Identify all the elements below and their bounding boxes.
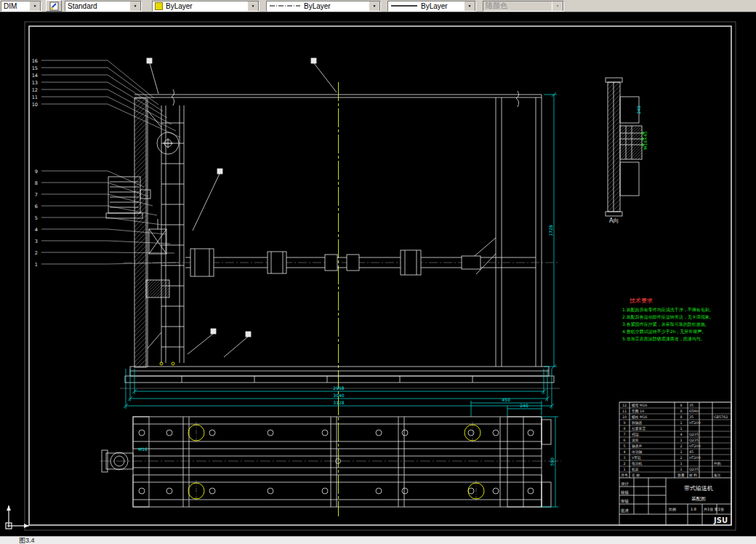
svg-text:35: 35 <box>689 404 693 407</box>
svg-text:1: 1 <box>680 462 682 465</box>
svg-text:序号: 序号 <box>621 473 628 477</box>
plan-view <box>100 417 561 507</box>
svg-text:35: 35 <box>689 415 693 419</box>
linetype-dropdown-arrow[interactable]: ▼ <box>369 1 380 12</box>
svg-text:Q235: Q235 <box>689 433 699 436</box>
svg-text:8: 8 <box>623 427 625 431</box>
svg-text:电动机: 电动机 <box>632 462 643 465</box>
linetype-combo[interactable]: ByLayer ▼ <box>266 1 381 12</box>
svg-text:8: 8 <box>680 404 682 407</box>
svg-text:5: 5 <box>35 215 38 221</box>
dim-overall-mid: 3040 <box>333 393 344 398</box>
svg-text:8: 8 <box>680 409 682 413</box>
svg-text:12: 12 <box>32 87 38 93</box>
note-line: 2.装配后各运动部件应运转灵活，无卡滞现象。 <box>622 314 714 320</box>
svg-text:2: 2 <box>623 462 625 465</box>
svg-text:45: 45 <box>689 450 693 454</box>
svg-text:HT200: HT200 <box>689 421 701 425</box>
svg-text:材 料: 材 料 <box>688 473 697 478</box>
svg-text:15: 15 <box>32 65 38 71</box>
svg-text:13: 13 <box>32 80 38 86</box>
caption-strip: 图3.4 <box>0 536 756 544</box>
titleblock-role1: 设计 <box>621 481 630 486</box>
svg-text:螺栓 M16: 螺栓 M16 <box>632 415 647 420</box>
plotstyle-dropdown-arrow: ▼ <box>552 1 563 12</box>
dim-overall-inner: 2958 <box>333 385 344 391</box>
dim-plan-thread: M16 <box>138 447 148 452</box>
note-line: 1.装配前所有零件均应清洗干净，不得有毛刺。 <box>622 307 714 313</box>
section-view <box>606 78 644 216</box>
linetype-sample-icon <box>269 3 301 9</box>
lineweight-dropdown-arrow[interactable]: ▼ <box>464 1 475 12</box>
svg-text:10: 10 <box>622 415 627 419</box>
titleblock-role4: 批准 <box>621 508 630 513</box>
dimstyle-combo[interactable]: DIM ▼ <box>1 1 41 12</box>
svg-text:Q235: Q235 <box>689 468 699 471</box>
svg-text:4: 4 <box>623 450 625 454</box>
svg-text:轴承座: 轴承座 <box>632 444 643 449</box>
svg-text:托辊: 托辊 <box>632 433 639 437</box>
textstyle-value: Standard <box>68 2 97 10</box>
model-space-viewport[interactable]: 16151413121110987654321 2958 3040 3128 1… <box>0 12 756 536</box>
svg-text:外购: 外购 <box>714 461 721 466</box>
svg-text:65Mn: 65Mn <box>689 409 699 413</box>
ucs-icon <box>6 505 29 529</box>
anchor-bolt <box>172 362 174 365</box>
plotstyle-value: 随颜色 <box>486 1 507 11</box>
svg-text:2: 2 <box>35 250 38 256</box>
titleblock-role3: 审核 <box>621 499 630 503</box>
dim-overall-outer: 3128 <box>333 400 344 405</box>
front-view-dimensions: 2958 3040 3128 1728 <box>124 92 557 409</box>
svg-text:1: 1 <box>680 427 682 431</box>
svg-text:9: 9 <box>623 421 625 425</box>
svg-text:名 称: 名 称 <box>632 473 640 478</box>
svg-text:拉紧装置: 拉紧装置 <box>632 426 646 431</box>
cad-application-window: DIM ▼ Standard ▼ ByLayer ▼ ByLayer ▼ <box>0 0 756 544</box>
titleblock-role2: 校核 <box>620 490 630 495</box>
svg-text:7: 7 <box>35 192 38 198</box>
lineweight-combo[interactable]: ByLayer ▼ <box>387 1 476 12</box>
plotstyle-combo: 随颜色 ▼ <box>483 1 564 12</box>
svg-text:1: 1 <box>623 468 625 471</box>
balloon-leaders: 16151413121110987654321 <box>32 58 180 268</box>
style-icon <box>49 1 59 11</box>
lineweight-value: ByLayer <box>421 2 448 10</box>
svg-text:8: 8 <box>35 180 38 186</box>
svg-text:1: 1 <box>35 262 38 268</box>
text-style-button[interactable] <box>46 0 62 12</box>
title-block: 设计 校核 审核 批准 带式输送机 装配图 比例 1:8 共1张 第1张 JSU <box>619 478 731 525</box>
svg-text:传动轴: 传动轴 <box>631 450 643 455</box>
svg-text:V带轮: V带轮 <box>632 456 641 460</box>
svg-text:1: 1 <box>680 450 682 454</box>
note-line: 4.整机空载试运转不少于2h，无异常噪声。 <box>622 329 706 335</box>
textstyle-dropdown-arrow[interactable]: ▼ <box>129 1 141 12</box>
color-combo[interactable]: ByLayer ▼ <box>152 1 260 12</box>
svg-text:3: 3 <box>623 456 625 460</box>
linetype-value: ByLayer <box>304 2 331 10</box>
bom-rows: 序号名 称数量材 料备注1机架1Q2352电动机1外购3V带轮2HT2004传动… <box>619 402 731 478</box>
svg-text:2: 2 <box>680 444 682 448</box>
lineweight-sample-icon <box>390 3 418 9</box>
svg-text:8: 8 <box>680 415 682 419</box>
color-value: ByLayer <box>166 2 193 10</box>
svg-text:螺母 M16: 螺母 M16 <box>632 403 647 408</box>
svg-text:16: 16 <box>32 58 38 64</box>
figure-caption: 图3.4 <box>19 536 35 544</box>
svg-text:滚筒: 滚筒 <box>632 438 639 442</box>
svg-text:7: 7 <box>623 433 625 436</box>
svg-text:HT200: HT200 <box>689 456 701 460</box>
svg-text:9: 9 <box>35 169 38 175</box>
svg-text:4: 4 <box>35 227 38 233</box>
textstyle-combo[interactable]: Standard ▼ <box>65 1 142 12</box>
technical-notes: 技术要求 1.装配前所有零件均应清洗干净，不得有毛刺。 2.装配后各运动部件应运… <box>622 297 714 342</box>
section-view-label: A向 <box>609 217 619 224</box>
svg-text:3: 3 <box>35 239 38 244</box>
svg-text:14: 14 <box>32 73 38 79</box>
svg-text:6: 6 <box>35 204 38 209</box>
dimstyle-value: DIM <box>4 2 17 10</box>
color-dropdown-arrow[interactable]: ▼ <box>247 1 259 12</box>
svg-text:10: 10 <box>32 102 38 108</box>
object-properties-toolbar: DIM ▼ Standard ▼ ByLayer ▼ ByLayer ▼ <box>0 0 756 12</box>
dimstyle-dropdown-arrow[interactable]: ▼ <box>29 1 41 12</box>
sheet-border <box>25 22 736 530</box>
